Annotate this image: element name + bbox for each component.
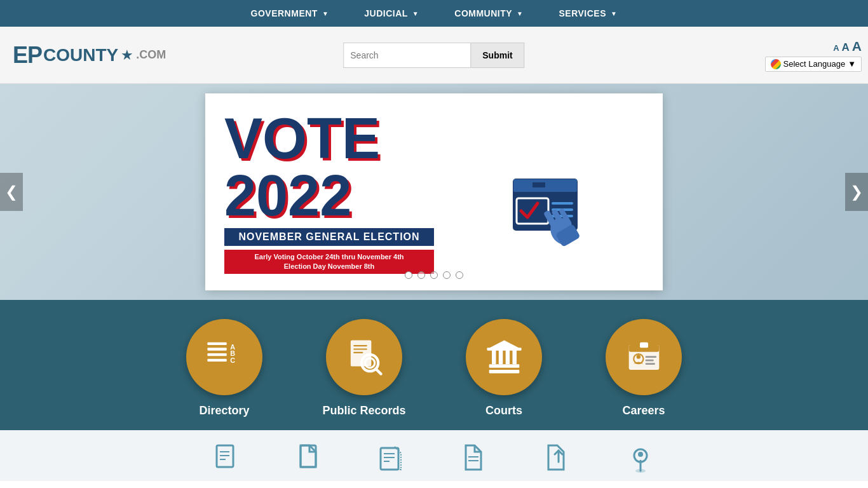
svg-rect-12 (207, 342, 226, 344)
map-icon (625, 443, 656, 475)
vote-text-side: VOTE 2022 NOVEMBER GENERAL ELECTION Earl… (224, 110, 434, 274)
quick-link-courts[interactable]: Courts (453, 319, 555, 417)
carousel-dots (405, 271, 463, 279)
svg-rect-26 (489, 364, 519, 367)
nav-community[interactable]: COMMUNITY ▼ (437, 0, 541, 27)
careers-icon-circle (606, 319, 682, 395)
courts-icon (484, 337, 525, 378)
bottom-icon-3[interactable] (377, 443, 409, 475)
export-icon (542, 443, 574, 475)
svg-rect-20 (353, 345, 367, 346)
document-icon-3 (377, 443, 409, 475)
carousel-dot-4[interactable] (443, 271, 451, 279)
careers-label: Careers (622, 404, 665, 417)
svg-rect-13 (207, 348, 226, 350)
chevron-down-icon: ▼ (848, 59, 856, 69)
hero-carousel: VOTE ❮ VOTE 2022 NOVEMBER GENERAL ELECTI… (0, 84, 868, 300)
svg-rect-2 (532, 182, 545, 187)
svg-point-56 (635, 469, 646, 473)
font-size-large[interactable]: A (852, 39, 862, 54)
svg-rect-39 (645, 356, 656, 358)
header-right-controls: A A A Select Language ▼ (765, 39, 862, 72)
search-input[interactable] (343, 43, 470, 68)
vote-early-voting: Early Voting October 24th thru November … (224, 250, 434, 274)
font-size-small[interactable]: A (833, 43, 839, 53)
svg-point-55 (638, 452, 643, 457)
top-navigation: GOVERNMENT ▼ JUDICIAL ▼ COMMUNITY ▼ SERV… (0, 0, 868, 27)
svg-point-38 (636, 355, 641, 359)
logo-county: COUNTY (43, 45, 118, 65)
svg-line-25 (376, 369, 381, 374)
search-area: Submit (343, 43, 524, 68)
svg-rect-47 (381, 448, 398, 470)
font-size-medium[interactable]: A (842, 41, 850, 54)
quick-links-section: A B C Directory Public Records (0, 300, 868, 430)
vote-illustration (475, 128, 602, 255)
svg-rect-33 (487, 348, 521, 350)
carousel-dot-3[interactable] (430, 271, 438, 279)
bottom-icon-2[interactable] (294, 443, 326, 475)
bottom-icons-section (0, 430, 868, 481)
svg-rect-41 (645, 363, 654, 365)
chevron-down-icon: ▼ (322, 10, 329, 17)
document-icon-4 (459, 443, 491, 475)
svg-rect-14 (207, 353, 226, 356)
nav-government[interactable]: GOVERNMENT ▼ (233, 0, 347, 27)
careers-icon (623, 337, 665, 378)
public-records-label: Public Records (322, 404, 405, 417)
svg-text:C: C (230, 356, 235, 364)
vote-word: VOTE (224, 110, 434, 167)
nav-services[interactable]: SERVICES ▼ (541, 0, 635, 27)
bottom-icon-map[interactable] (625, 443, 656, 475)
translate-label: Select Language (783, 59, 846, 69)
vote-icon-side (434, 128, 644, 255)
chevron-down-icon: ▼ (412, 10, 419, 17)
site-logo[interactable]: EPCOUNTY★.COM (13, 42, 166, 69)
font-size-controls: A A A (833, 39, 862, 54)
document-icon-1 (212, 443, 243, 475)
svg-rect-15 (207, 358, 226, 361)
bottom-icon-5[interactable] (542, 443, 574, 475)
svg-rect-29 (498, 349, 503, 364)
star-icon: ★ (121, 47, 133, 64)
carousel-dot-5[interactable] (456, 271, 463, 279)
svg-rect-22 (353, 351, 363, 353)
svg-rect-40 (645, 359, 653, 361)
language-selector[interactable]: Select Language ▼ (765, 57, 862, 72)
search-button[interactable]: Submit (470, 43, 524, 68)
svg-rect-27 (489, 370, 519, 373)
public-records-icon (344, 337, 385, 378)
svg-rect-28 (492, 349, 496, 364)
carousel-dot-1[interactable] (405, 271, 412, 279)
directory-icon: A B C (204, 337, 245, 378)
quick-link-directory[interactable]: A B C Directory (173, 319, 275, 417)
directory-icon-circle: A B C (186, 319, 262, 395)
vote-november-label: NOVEMBER GENERAL ELECTION (224, 228, 434, 246)
svg-rect-36 (640, 342, 648, 348)
svg-rect-31 (512, 349, 517, 364)
bottom-icon-4[interactable] (459, 443, 491, 475)
carousel-slide: VOTE 2022 NOVEMBER GENERAL ELECTION Earl… (205, 93, 663, 290)
carousel-next-button[interactable]: ❯ (845, 173, 868, 211)
site-header: EPCOUNTY★.COM Submit A A A Select Langua… (0, 27, 868, 84)
carousel-dot-2[interactable] (417, 271, 425, 279)
chevron-down-icon: ▼ (517, 10, 523, 17)
carousel-prev-button[interactable]: ❮ (0, 173, 23, 211)
courts-label: Courts (485, 404, 522, 417)
vote-year: 2022 (224, 167, 434, 224)
directory-label: Directory (199, 404, 249, 417)
bottom-icon-1[interactable] (212, 443, 243, 475)
courts-icon-circle (466, 319, 542, 395)
quick-link-public-records[interactable]: Public Records (313, 319, 415, 417)
svg-rect-30 (505, 349, 510, 364)
svg-rect-21 (353, 348, 367, 349)
logo-com: .COM (136, 48, 166, 62)
public-records-icon-circle (326, 319, 402, 395)
logo-ep: EP (13, 42, 42, 69)
document-icon-2 (294, 443, 326, 475)
google-icon (771, 59, 781, 69)
quick-link-careers[interactable]: Careers (593, 319, 695, 417)
nav-judicial[interactable]: JUDICIAL ▼ (346, 0, 437, 27)
chevron-down-icon: ▼ (611, 10, 617, 17)
